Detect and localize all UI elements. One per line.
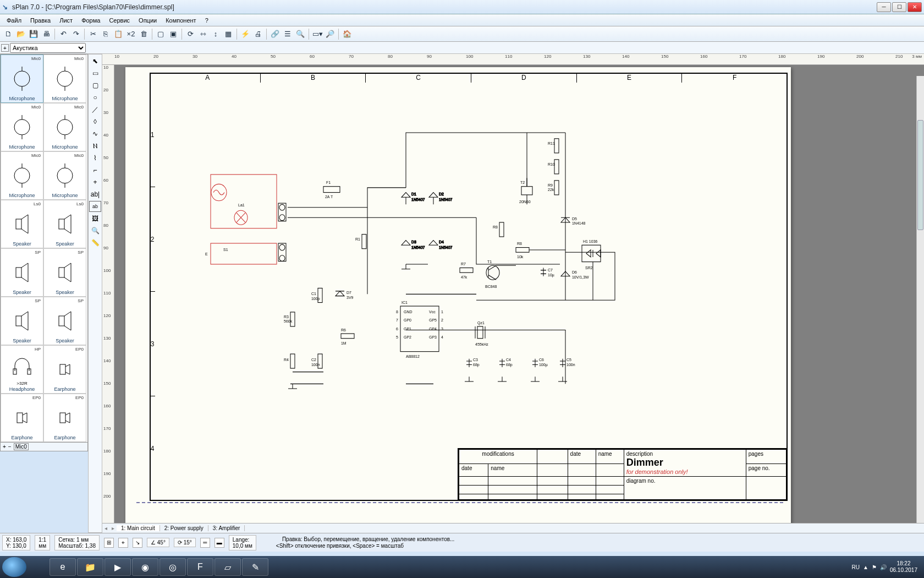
category-select[interactable]: Акустика	[10, 43, 86, 53]
save-icon[interactable]: 💾	[28, 28, 40, 40]
menu-service[interactable]: Сервис	[105, 16, 134, 25]
redo-icon[interactable]: ↷	[70, 28, 82, 40]
rotate-icon[interactable]: ⟳	[184, 28, 196, 40]
menu-component[interactable]: Компонент	[161, 16, 200, 25]
tray-net-icon[interactable]: ⚑	[872, 564, 877, 570]
menu-help[interactable]: ?	[201, 16, 213, 25]
open-icon[interactable]: 📂	[15, 28, 27, 40]
list-icon[interactable]: ☰	[282, 28, 294, 40]
snap-toggle-icon[interactable]: ⌖	[118, 538, 128, 548]
tab-prev-icon[interactable]: ◂	[102, 525, 109, 531]
cut-icon[interactable]: ✂	[87, 28, 99, 40]
polyline-tool-icon[interactable]: ⌇	[89, 152, 101, 163]
rect-tool-icon[interactable]: ▢	[89, 80, 101, 91]
library-item[interactable]: Ls0Speaker	[1, 200, 43, 248]
copy-icon[interactable]: ⎘	[100, 28, 112, 40]
taskbar-media-icon[interactable]: ▶	[105, 558, 131, 576]
home-icon[interactable]: 🏠	[341, 28, 353, 40]
select-tool-icon[interactable]: ⬉	[89, 56, 101, 67]
print-icon[interactable]: 🖶	[40, 28, 52, 40]
component-library[interactable]: Mic0MicrophoneMic0MicrophoneMic0Micropho…	[0, 54, 88, 443]
library-item[interactable]: EP0Earphone	[1, 394, 43, 442]
taskbar-app1-icon[interactable]: ◎	[160, 558, 186, 576]
library-item[interactable]: Mic0Microphone	[1, 151, 43, 200]
system-tray[interactable]: RU ▲ ⚑ 🔊 18:2206.10.2017	[852, 560, 922, 574]
scrollbar-thumb[interactable]	[917, 120, 923, 230]
conn-toggle-icon[interactable]: ↘	[133, 538, 142, 548]
library-item[interactable]: EP0Earphone	[43, 394, 86, 442]
text-tool-icon[interactable]: ab|	[89, 189, 101, 200]
page-tab-3[interactable]: 3: Amplifier	[208, 525, 245, 531]
library-item[interactable]: Ls0Speaker	[43, 200, 86, 248]
clock[interactable]: 18:2206.10.2017	[890, 560, 917, 574]
taskbar-chrome-icon[interactable]: ◉	[132, 558, 158, 576]
taskbar-app3-icon[interactable]: ▱	[215, 558, 241, 576]
maximize-button[interactable]: ☐	[892, 2, 906, 12]
tray-vol-icon[interactable]: 🔊	[880, 564, 887, 570]
curve-tool-icon[interactable]: ∿	[89, 128, 101, 139]
library-item[interactable]: Mic0Microphone	[1, 103, 43, 151]
front-icon[interactable]: ▢	[155, 28, 167, 40]
library-item[interactable]: Mic0Microphone	[1, 54, 43, 103]
page-tab-1[interactable]: 1: Main circuit	[117, 525, 160, 531]
zoom-icon[interactable]: 🔎	[324, 28, 336, 40]
vertical-scrollbar[interactable]	[916, 76, 924, 523]
wire-tool-icon[interactable]: ⌐	[89, 165, 101, 176]
flip-h-icon[interactable]: ⇿	[197, 28, 209, 40]
close-button[interactable]: ✕	[908, 2, 922, 12]
remove-icon[interactable]: −	[8, 444, 12, 450]
bolt-icon[interactable]: ⚡	[239, 28, 251, 40]
poly-tool-icon[interactable]: ◊	[89, 116, 101, 127]
search-icon[interactable]: 🔍	[294, 28, 306, 40]
add-category-button[interactable]: +	[1, 44, 9, 52]
menu-file[interactable]: Файл	[2, 16, 26, 25]
taskbar-app2-icon[interactable]: F	[187, 558, 213, 576]
tray-flag-icon[interactable]: ▲	[863, 564, 868, 570]
library-item[interactable]: Mic0Microphone	[43, 103, 86, 151]
library-item[interactable]: SPSpeaker	[43, 297, 86, 345]
group-icon[interactable]: ▦	[222, 28, 234, 40]
line-style-icon[interactable]: ═	[200, 538, 210, 548]
new-icon[interactable]: 🗋	[2, 28, 14, 40]
canvas[interactable]: ABCDEF 1234 La1	[114, 65, 924, 523]
page-tab-2[interactable]: 2: Power supply	[160, 525, 208, 531]
taskbar-ie-icon[interactable]: e	[50, 558, 76, 576]
circle-tool-icon[interactable]: ○	[89, 92, 101, 103]
page-tool-icon[interactable]: ▭	[89, 68, 101, 79]
grid-toggle-icon[interactable]: ⊞	[104, 538, 114, 548]
link-icon[interactable]: 🔗	[269, 28, 281, 40]
line-tool-icon[interactable]: ／	[89, 104, 101, 115]
library-item[interactable]: SPSpeaker	[43, 248, 86, 297]
undo-icon[interactable]: ↶	[57, 28, 69, 40]
library-item[interactable]: Mic0Microphone	[43, 151, 86, 200]
bezier-tool-icon[interactable]: Ⲛ	[89, 140, 101, 151]
menu-form[interactable]: Форма	[77, 16, 105, 25]
flip-v-icon[interactable]: ↕	[210, 28, 222, 40]
library-item[interactable]: Mic0Microphone	[43, 54, 86, 103]
page-icon[interactable]: ▭▾	[311, 28, 323, 40]
node-tool-icon[interactable]: +	[89, 177, 101, 188]
language-indicator[interactable]: RU	[852, 564, 860, 570]
textbox-tool-icon[interactable]: ab	[89, 201, 101, 212]
start-button[interactable]	[2, 557, 26, 577]
library-item[interactable]: SPSpeaker	[1, 248, 43, 297]
taskbar-explorer-icon[interactable]: 📁	[77, 558, 103, 576]
tab-next-icon[interactable]: ▸	[109, 525, 117, 531]
delete-icon[interactable]: 🗑	[138, 28, 150, 40]
menu-sheet[interactable]: Лист	[55, 16, 77, 25]
add-icon[interactable]: +	[3, 444, 6, 450]
library-item[interactable]: EP0Earphone	[43, 345, 86, 394]
dup-icon[interactable]: ×2	[125, 28, 137, 40]
paste-icon[interactable]: 📋	[112, 28, 124, 40]
menu-options[interactable]: Опции	[134, 16, 161, 25]
back-icon[interactable]: ▣	[167, 28, 179, 40]
printprev-icon[interactable]: 🖨	[252, 28, 264, 40]
measure-tool-icon[interactable]: 📏	[89, 237, 101, 248]
taskbar-splan-icon[interactable]: ✎	[242, 558, 268, 576]
image-tool-icon[interactable]: 🖼	[89, 213, 101, 224]
library-item[interactable]: SPSpeaker	[1, 297, 43, 345]
library-item[interactable]: HP>32RHeadphone	[1, 345, 43, 394]
fill-style-icon[interactable]: ▬	[215, 538, 224, 548]
lib-mode[interactable]: Mic0	[14, 443, 29, 450]
menu-edit[interactable]: Правка	[26, 16, 55, 25]
